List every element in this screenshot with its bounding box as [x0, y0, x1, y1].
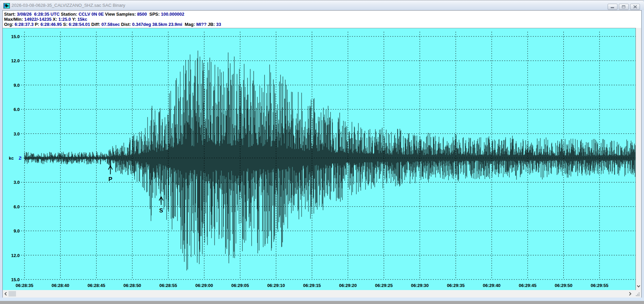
x-axis-label: 06:29:45 — [519, 283, 537, 288]
x-axis-label: 06:28:35 — [16, 283, 33, 288]
header-value: 15kc — [78, 17, 87, 22]
desktop-background-strip — [0, 301, 644, 304]
x-axis-label: 06:28:45 — [87, 283, 105, 288]
header-label: Diff: — [90, 22, 101, 27]
vertical-scroll-strip[interactable] — [636, 28, 641, 290]
header-line-start: Start: 3/08/26 6:28:35 UTC Station: CCLV… — [4, 12, 641, 17]
header-value: 6:28:37.3 — [15, 22, 34, 27]
x-axis-label: 06:29:40 — [483, 283, 501, 288]
chevron-right-icon[interactable] — [628, 292, 632, 296]
header-value: 1:25.0 — [58, 17, 71, 22]
scrollbar-thumb[interactable] — [9, 291, 16, 297]
header-value: 8500 — [137, 12, 147, 17]
resize-grip-icon[interactable] — [635, 292, 640, 297]
header-value: 3/08/26 6:28:35 UTC — [17, 12, 61, 17]
header-value: 33 — [216, 22, 221, 27]
maximize-button[interactable] — [619, 4, 629, 10]
header-label: X: — [51, 17, 58, 22]
horizontal-scrollbar[interactable] — [3, 290, 641, 298]
app-window: 2026-03-08-0628-35_CALVIZZANO_SHZ.sac SA… — [0, 0, 644, 304]
x-axis-label: 06:29:35 — [447, 283, 464, 288]
header-label: Dist: — [120, 22, 132, 27]
y-axis-label: 9.0 — [14, 83, 20, 88]
header-label: P: — [34, 22, 40, 27]
header-label: Max/Min: — [4, 17, 24, 22]
y-axis-label: 15.0 — [11, 277, 20, 282]
header-label: S: — [62, 22, 69, 27]
window-controls — [608, 4, 640, 10]
y-axis-label: 3.0 — [14, 180, 20, 185]
header-label: Station: — [61, 12, 79, 17]
s-phase-label: S — [159, 207, 163, 214]
app-icon — [3, 3, 10, 9]
x-axis-label: 06:29:30 — [411, 283, 429, 288]
minimize-button[interactable] — [608, 4, 617, 10]
minimize-icon — [611, 5, 614, 9]
y-axis-label: 3.0 — [14, 131, 20, 137]
window-titlebar[interactable]: 2026-03-08-0628-35_CALVIZZANO_SHZ.sac SA… — [0, 0, 644, 10]
y-axis-label: 12.0 — [11, 253, 20, 258]
y-axis-label: 9.0 — [14, 228, 20, 234]
x-axis-label: 06:29:10 — [267, 283, 285, 288]
chevron-down-icon — [637, 285, 641, 288]
header-line-maxmin: Max/Min: 14922/-14235 X: 1:25.0 Y: 15kc — [4, 17, 641, 22]
header-label: Y: — [71, 17, 78, 22]
chevron-left-icon[interactable] — [4, 292, 7, 296]
window-title: 2026-03-08-0628-35_CALVIZZANO_SHZ.sac SA… — [12, 3, 125, 8]
component-label: Z — [19, 156, 21, 161]
x-axis-label: 06:28:40 — [52, 283, 69, 288]
header-value: 0.347deg 38.5km 23.9mi — [132, 22, 182, 27]
window-inner-border-right — [641, 10, 642, 298]
header-value: 6:28:46.95 — [40, 22, 62, 27]
header-value: 6:28:54.01 — [69, 22, 90, 27]
maximize-icon — [622, 5, 626, 9]
y-axis-label: 12.0 — [11, 58, 20, 63]
header-label: SPS: — [147, 12, 161, 17]
y-axis-label: 15.0 — [11, 34, 20, 39]
y-axis-label: 6.0 — [14, 107, 20, 112]
header-label: Mag: — [182, 22, 196, 27]
x-axis-label: 06:28:55 — [159, 283, 177, 288]
p-phase-label: P — [108, 176, 112, 182]
header-label: JB: — [206, 22, 216, 27]
x-axis-label: 06:29:25 — [375, 283, 393, 288]
seismogram-trace — [24, 51, 635, 271]
header-value: MI?? — [196, 22, 206, 27]
header-label: Start: — [4, 12, 17, 17]
seismogram-canvas: 15.012.09.06.03.03.06.09.012.015.006:28:… — [3, 28, 636, 290]
x-axis-label: 06:29:00 — [195, 283, 213, 288]
header-line-origin: Org: 6:28:37.3 P: 6:28:46.95 S: 6:28:54.… — [4, 22, 641, 27]
header-label: Org: — [4, 22, 15, 27]
y-axis-unit-label: kc — [9, 156, 14, 161]
x-axis-label: 06:29:15 — [303, 283, 321, 288]
x-axis-label: 06:29:50 — [555, 283, 572, 288]
window-bottom-border — [0, 298, 644, 301]
x-axis-label: 06:29:20 — [339, 283, 357, 288]
s-phase-marker: S — [159, 197, 163, 214]
header-value: 07.58sec — [101, 22, 120, 27]
header-label: View Samples: — [105, 12, 137, 17]
seismogram-plot[interactable]: 15.012.09.06.03.03.06.09.012.015.006:28:… — [3, 28, 636, 290]
x-axis-label: 06:29:55 — [591, 283, 608, 288]
close-button[interactable] — [630, 4, 640, 10]
header-info-panel: Start: 3/08/26 6:28:35 UTC Station: CCLV… — [3, 10, 641, 28]
y-axis-label: 6.0 — [14, 204, 20, 209]
p-phase-marker: P — [108, 166, 113, 182]
header-value: 14922/-14235 — [24, 17, 51, 22]
header-value: 100.000002 — [161, 12, 184, 17]
close-icon — [633, 5, 637, 9]
x-axis-label: 06:29:05 — [231, 283, 249, 288]
header-value: CCLV 0N 0E — [79, 12, 105, 17]
x-axis-label: 06:28:50 — [123, 283, 141, 288]
